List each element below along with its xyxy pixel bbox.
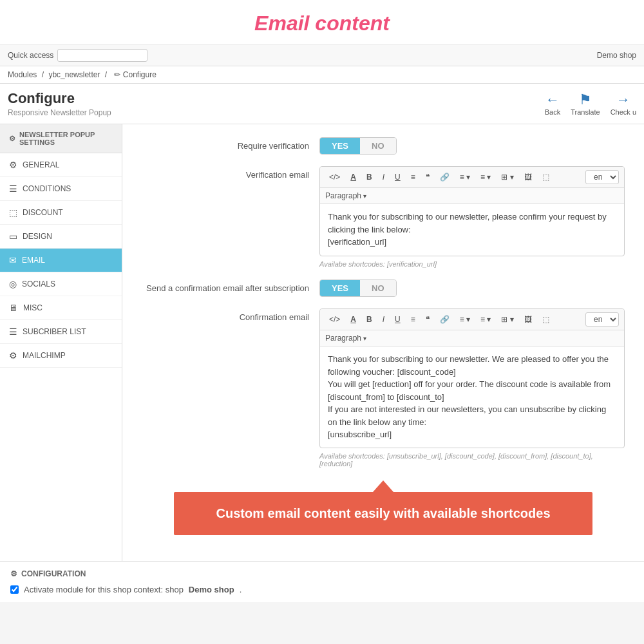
breadcrumb-modules[interactable]: Modules [8,70,37,79]
sidebar-item-email[interactable]: ✉ EMAIL [0,249,122,272]
quick-access-input[interactable] [57,49,147,62]
translate-button[interactable]: ⚑ Translate [571,91,600,116]
email-editor-label: Verification email [142,166,309,180]
top-bar: Quick access Demo shop [0,45,644,66]
back-button[interactable]: ← Back [545,91,560,116]
verification-no-btn[interactable]: NO [360,138,396,154]
toolbar-img-btn[interactable]: 🖼 [520,171,536,184]
verification-toggle: YES NO [319,137,397,155]
ctoolbar-code-btn[interactable]: </> [325,313,344,326]
topbar-right: Demo shop [597,51,636,60]
ctoolbar-list1-btn[interactable]: ≡ ▾ [456,313,474,326]
page-title: Email content [0,12,644,35]
confirm-yes-btn[interactable]: YES [320,280,360,296]
toolbar-underline-btn[interactable]: U [391,171,404,184]
toolbar-align-btn[interactable]: ≡ [407,171,419,184]
paragraph-dropdown[interactable]: Paragraph [325,191,366,200]
ctoolbar-underline-btn[interactable]: U [391,313,404,326]
mailchimp-label: MAILCHIMP [23,351,66,360]
page-title-bar: Email content [0,0,644,45]
confirm-lang-select[interactable]: en [585,312,619,327]
ctoolbar-font-btn[interactable]: A [346,313,360,326]
sidebar-item-socials[interactable]: ◎ SOCIALS [0,272,122,296]
sidebar-item-misc[interactable]: 🖥 MISC [0,296,122,320]
toolbar-quote-btn[interactable]: ❝ [422,171,433,184]
ctoolbar-bold-btn[interactable]: B [363,313,376,326]
email-label: EMAIL [22,256,45,265]
confirm-shortcodes: Availabe shortcodes: [unsubscribe_url], … [319,452,625,468]
activate-period: . [240,585,242,594]
sidebar-item-design[interactable]: ▭ DESIGN [0,225,122,249]
ctoolbar-list2-btn[interactable]: ≡ ▾ [477,313,495,326]
verification-label: Require verification [142,137,309,151]
toolbar-list2-btn[interactable]: ≡ ▾ [477,171,495,184]
sidebar-item-subscriber[interactable]: ☰ SUBCRIBER LIST [0,320,122,344]
verification-toggle-area: YES NO [319,137,625,155]
email-lang-select[interactable]: en [585,170,619,184]
toolbar-font-btn[interactable]: A [346,171,360,184]
sidebar-header: ⚙ NEWSLETTER POPUP SETTINGS [0,124,122,153]
toolbar-italic-btn[interactable]: I [379,171,388,184]
discount-label: DISCOUNT [23,208,63,217]
sidebar-item-discount[interactable]: ⬚ DISCOUNT [0,201,122,225]
ctoolbar-quote-btn[interactable]: ❝ [422,313,433,326]
confirm-body[interactable]: Thank you for subscribing to our newslet… [320,346,624,448]
header-bar: Configure Responsive Newsletter Popup ← … [0,84,644,124]
socials-icon: ◎ [9,279,17,289]
confirm-toolbar: </> A B I U ≡ ❝ 🔗 ≡ ▾ ≡ ▾ ⊞ ▾ 🖼 ⬚ [320,309,624,330]
sidebar: ⚙ NEWSLETTER POPUP SETTINGS ⚙ GENERAL ☰ … [0,124,122,561]
verification-row: Require verification YES NO [142,137,625,155]
sidebar-header-label: NEWSLETTER POPUP SETTINGS [19,131,113,146]
toolbar-table-btn[interactable]: ⊞ ▾ [497,171,517,184]
toolbar-misc-btn[interactable]: ⬚ [538,171,553,184]
ctoolbar-italic-btn[interactable]: I [379,313,388,326]
activate-text: Activate module for this shop context: s… [24,585,184,594]
discount-icon: ⬚ [9,207,17,218]
general-icon: ⚙ [9,160,17,170]
settings-icon: ⚙ [9,135,15,143]
config-header: ⚙ CONFIGURATION [10,569,634,578]
activate-checkbox[interactable] [10,585,19,594]
toolbar-code-btn[interactable]: </> [325,171,344,184]
email-body[interactable]: Thank you for subscribing to our newslet… [320,204,624,256]
socials-label: SOCIALS [22,279,55,289]
confirm-label: Send a confirmation email after subscrip… [142,279,309,293]
ctoolbar-link-btn[interactable]: 🔗 [436,313,453,326]
header-left: Configure Responsive Newsletter Popup [8,90,111,117]
check-button[interactable]: → Check u [611,91,636,116]
email-icon: ✉ [9,255,17,265]
ctoolbar-misc-btn[interactable]: ⬚ [538,313,553,326]
confirm-editor-area: </> A B I U ≡ ❝ 🔗 ≡ ▾ ≡ ▾ ⊞ ▾ 🖼 ⬚ [319,308,625,468]
translate-icon: ⚑ [579,91,592,108]
back-label: Back [545,108,560,116]
email-toolbar: </> A B I U ≡ ❝ 🔗 ≡ ▾ ≡ ▾ ⊞ ▾ 🖼 ⬚ [320,167,624,188]
email-editor-row: Verification email </> A B I U ≡ ❝ 🔗 ≡ ▾… [142,166,625,268]
confirm-toggle-row: Send a confirmation email after subscrip… [142,279,625,297]
verification-yes-btn[interactable]: YES [320,138,360,154]
ctoolbar-img-btn[interactable]: 🖼 [520,313,536,326]
config-section: ⚙ CONFIGURATION Activate module for this… [0,561,644,602]
translate-label: Translate [571,108,600,116]
misc-icon: 🖥 [9,303,18,313]
breadcrumb-ybc[interactable]: ybc_newsletter [48,70,100,79]
configure-subtitle: Responsive Newsletter Popup [8,108,111,117]
config-activate-row: Activate module for this shop context: s… [10,585,634,594]
toolbar-bold-btn[interactable]: B [363,171,376,184]
sidebar-item-mailchimp[interactable]: ⚙ MAILCHIMP [0,344,122,368]
conditions-icon: ☰ [9,184,17,194]
config-settings-icon: ⚙ [10,569,17,578]
back-icon: ← [545,91,560,108]
subscriber-icon: ☰ [9,327,17,337]
email-shortcodes: Availabe shortcodes: [verification_url] [319,260,625,268]
confirm-no-btn[interactable]: NO [360,280,396,296]
design-icon: ▭ [9,231,17,242]
promo-arrow [373,480,393,492]
toolbar-list1-btn[interactable]: ≡ ▾ [456,171,474,184]
ctoolbar-table-btn[interactable]: ⊞ ▾ [497,313,517,326]
confirm-paragraph-dropdown[interactable]: Paragraph [325,334,366,343]
ctoolbar-align-btn[interactable]: ≡ [407,313,419,326]
sidebar-item-general[interactable]: ⚙ GENERAL [0,153,122,177]
sidebar-item-conditions[interactable]: ☰ CONDITIONS [0,177,122,201]
config-header-label: CONFIGURATION [21,569,86,578]
toolbar-link-btn[interactable]: 🔗 [436,171,453,184]
